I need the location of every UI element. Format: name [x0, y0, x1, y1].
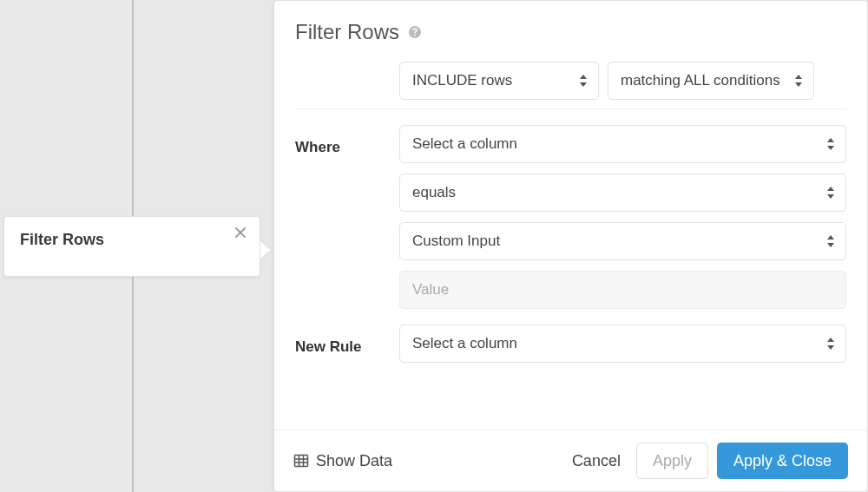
- where-row-value: [295, 271, 846, 309]
- chevron-up-down-icon: [579, 74, 589, 88]
- input-type-select[interactable]: Custom Input: [399, 222, 846, 260]
- svg-marker-11: [827, 243, 834, 247]
- value-input[interactable]: [399, 271, 846, 309]
- panel-body: INCLUDE rows matching ALL conditions Whe…: [274, 53, 867, 430]
- panel-header: Filter Rows: [274, 1, 867, 53]
- panel-footer: Show Data Cancel Apply Apply & Close: [274, 430, 867, 491]
- svg-rect-14: [295, 456, 308, 467]
- new-rule-column-value: Select a column: [412, 335, 517, 352]
- operator-select[interactable]: equals: [399, 174, 846, 212]
- svg-marker-7: [827, 146, 834, 150]
- divider: [295, 108, 846, 109]
- help-icon[interactable]: [408, 25, 422, 39]
- apply-close-button[interactable]: Apply & Close: [717, 443, 848, 479]
- mode-controls: INCLUDE rows matching ALL conditions: [399, 62, 846, 100]
- show-data-link[interactable]: Show Data: [316, 452, 392, 470]
- new-rule-row: New Rule Select a column: [295, 325, 846, 363]
- where-row-operator: equals: [295, 174, 846, 212]
- input-type-value: Custom Input: [412, 233, 500, 250]
- svg-marker-12: [827, 338, 834, 342]
- svg-marker-13: [827, 345, 834, 350]
- match-mode-select[interactable]: matching ALL conditions: [608, 62, 814, 100]
- apply-button[interactable]: Apply: [636, 443, 708, 479]
- pipeline-node-card[interactable]: Filter Rows: [3, 216, 260, 277]
- apply-close-label: Apply & Close: [733, 452, 832, 470]
- chevron-up-down-icon: [826, 137, 837, 151]
- cancel-button[interactable]: Cancel: [572, 452, 621, 470]
- svg-marker-5: [795, 82, 802, 87]
- filter-config-panel: Filter Rows INCLUDE rows matching ALL co…: [273, 0, 868, 492]
- where-row-input-type: Custom Input: [295, 222, 846, 260]
- where-column-value: Select a column: [412, 135, 517, 153]
- table-icon: [293, 453, 309, 469]
- svg-marker-9: [827, 194, 834, 199]
- include-mode-value: INCLUDE rows: [412, 72, 512, 89]
- svg-marker-6: [827, 138, 834, 142]
- svg-marker-4: [795, 75, 802, 79]
- svg-marker-8: [827, 187, 834, 191]
- chevron-up-down-icon: [794, 74, 805, 88]
- chevron-up-down-icon: [826, 337, 837, 351]
- close-icon[interactable]: [233, 226, 249, 241]
- where-row-column: Where Select a column: [295, 125, 846, 163]
- new-rule-label: New Rule: [295, 331, 391, 356]
- where-label: Where: [295, 132, 391, 156]
- panel-title: Filter Rows: [295, 20, 399, 44]
- pointer-triangle: [260, 241, 271, 259]
- svg-marker-3: [580, 82, 587, 87]
- where-column-select[interactable]: Select a column: [399, 125, 846, 163]
- match-mode-value: matching ALL conditions: [621, 72, 780, 89]
- svg-marker-10: [827, 235, 834, 239]
- chevron-up-down-icon: [826, 234, 837, 248]
- operator-value: equals: [412, 184, 456, 201]
- node-title: Filter Rows: [20, 231, 104, 248]
- new-rule-column-select[interactable]: Select a column: [399, 325, 846, 363]
- svg-marker-2: [580, 75, 587, 79]
- include-mode-select[interactable]: INCLUDE rows: [399, 62, 599, 100]
- chevron-up-down-icon: [826, 186, 837, 200]
- apply-label: Apply: [653, 452, 692, 470]
